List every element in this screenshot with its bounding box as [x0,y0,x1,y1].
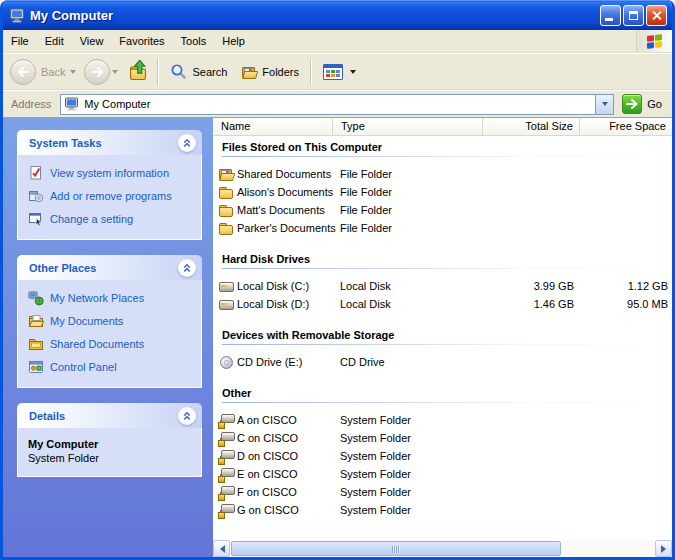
go-button[interactable]: Go [622,94,662,114]
up-button[interactable] [123,60,153,84]
link-label: Shared Documents [50,338,144,350]
menu-help[interactable]: Help [214,30,253,52]
item-free-space: 1.12 GB [580,280,672,292]
list-item[interactable]: Matt's Documents File Folder [213,201,672,219]
link-label: My Network Places [50,292,144,304]
close-button[interactable] [646,5,667,26]
scroll-right-button[interactable] [655,540,672,557]
list-item[interactable]: Parker's Documents File Folder [213,219,672,237]
file-list-area: Name Type Total Size Free Space Files St… [213,118,672,557]
forward-dropdown-icon[interactable] [112,70,118,77]
list-item[interactable]: Local Disk (D:) Local Disk 1.46 GB 95.0 … [213,295,672,313]
network-drive-icon [218,466,234,482]
details-header[interactable]: Details [17,403,202,428]
details-item-name: My Computer [28,438,197,450]
other-places-panel: Other Places My Network [17,255,202,388]
task-change-a-setting[interactable]: Change a setting [28,211,197,227]
scrollbar-thumb[interactable] [231,541,561,556]
section-title: Other [213,386,672,401]
list-item[interactable]: G on CISCO System Folder [213,501,672,519]
views-button[interactable] [316,60,365,84]
system-tasks-header[interactable]: System Tasks [17,130,202,155]
my-computer-window: My Computer File Edit View Favorites Too… [0,0,675,560]
link-label: My Documents [50,315,123,327]
scroll-left-button[interactable] [213,540,230,557]
section-files-stored: Files Stored on This Computer Shared Doc… [213,140,672,237]
column-header-type[interactable]: Type [333,118,483,135]
task-pane-sidebar: System Tasks View system information [3,118,213,557]
list-item[interactable]: CD Drive (E:) CD Drive [213,353,672,371]
item-type: System Folder [333,504,483,516]
details-body: My Computer System Folder [17,428,202,477]
collapse-button[interactable] [178,407,196,425]
network-drive-icon [218,484,234,500]
forward-button[interactable] [81,57,123,87]
section-title: Devices with Removable Storage [213,328,672,343]
item-type: File Folder [333,204,483,216]
details-item-type: System Folder [28,452,197,464]
close-icon [651,10,662,21]
standard-buttons-toolbar: Back Search Fol [3,53,672,90]
link-shared-documents[interactable]: Shared Documents [28,336,197,352]
my-computer-icon[interactable] [9,8,25,23]
collapse-button[interactable] [178,134,196,152]
list-item[interactable]: F on CISCO System Folder [213,483,672,501]
address-label: Address [11,98,51,110]
other-places-title: Other Places [29,262,96,274]
my-documents-icon [28,313,44,329]
menu-edit[interactable]: Edit [37,30,72,52]
list-item[interactable]: Shared Documents File Folder [213,165,672,183]
search-button[interactable]: Search [163,59,234,84]
link-my-network-places[interactable]: My Network Places [28,290,197,306]
forward-icon [84,59,110,85]
collapse-button[interactable] [178,259,196,277]
list-item[interactable]: Alison's Documents File Folder [213,183,672,201]
other-places-header[interactable]: Other Places [17,255,202,280]
maximize-button[interactable] [623,5,644,26]
address-value[interactable]: My Computer [84,98,595,110]
address-dropdown-button[interactable] [595,95,613,114]
item-free-space: 95.0 MB [580,298,672,310]
back-dropdown-icon[interactable] [70,70,76,77]
menu-favorites[interactable]: Favorites [111,30,172,52]
item-type: File Folder [333,222,483,234]
views-icon [323,64,343,80]
item-name: Matt's Documents [237,204,325,216]
menu-tools[interactable]: Tools [173,30,215,52]
item-type: System Folder [333,414,483,426]
section-removable-storage: Devices with Removable Storage CD Drive … [213,328,672,371]
address-combobox[interactable]: My Computer [60,94,614,115]
section-other: Other A on CISCO System Folder C on CISC… [213,386,672,519]
list-item[interactable]: C on CISCO System Folder [213,429,672,447]
item-total-size: 3.99 GB [483,280,580,292]
menu-file[interactable]: File [3,30,37,52]
list-item[interactable]: E on CISCO System Folder [213,465,672,483]
link-label: Control Panel [50,361,117,373]
toolbar-separator [310,59,312,85]
cd-drive-icon [218,354,234,370]
item-type: System Folder [333,432,483,444]
list-item[interactable]: Local Disk (C:) Local Disk 3.99 GB 1.12 … [213,277,672,295]
list-item[interactable]: D on CISCO System Folder [213,447,672,465]
link-control-panel[interactable]: Control Panel [28,359,197,375]
folders-button[interactable]: Folders [234,60,306,84]
item-name: CD Drive (E:) [237,356,302,368]
column-header-name[interactable]: Name [213,118,333,135]
horizontal-scrollbar[interactable] [213,540,672,557]
menu-view[interactable]: View [72,30,112,52]
task-label: Add or remove programs [50,190,172,202]
link-my-documents[interactable]: My Documents [28,313,197,329]
list-item[interactable]: A on CISCO System Folder [213,411,672,429]
listing: Files Stored on This Computer Shared Doc… [213,136,672,540]
item-name: Alison's Documents [237,186,333,198]
minimize-button[interactable] [600,5,621,26]
column-header-total-size[interactable]: Total Size [483,118,580,135]
item-type: File Folder [333,186,483,198]
network-places-icon [28,290,44,306]
task-view-system-information[interactable]: View system information [28,165,197,181]
column-header-free-space[interactable]: Free Space [580,118,672,135]
title-bar[interactable]: My Computer [3,0,672,30]
back-button[interactable]: Back [7,57,81,87]
item-name: Parker's Documents [237,222,336,234]
task-add-or-remove-programs[interactable]: Add or remove programs [28,188,197,204]
